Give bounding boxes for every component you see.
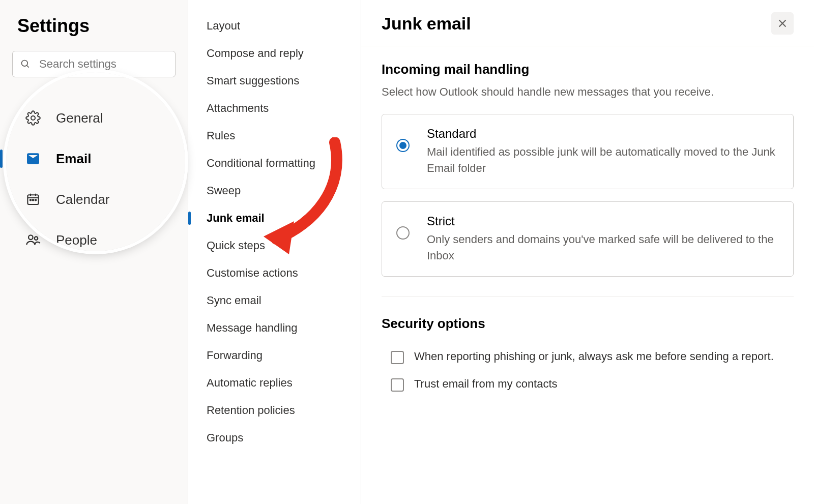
- category-label: People: [56, 232, 97, 248]
- radio-standard[interactable]: [396, 139, 410, 152]
- subnav-junk-email[interactable]: Junk email: [188, 204, 361, 232]
- search-input[interactable]: [12, 51, 176, 77]
- subnav-quick-steps[interactable]: Quick steps: [188, 232, 361, 259]
- settings-title: Settings: [17, 15, 176, 37]
- subnav-sync-email[interactable]: Sync email: [188, 287, 361, 314]
- svg-point-2: [31, 116, 35, 120]
- incoming-heading: Incoming mail handling: [382, 62, 794, 77]
- option-desc: Mail identified as possible junk will be…: [427, 144, 779, 176]
- subnav-customise-actions[interactable]: Customise actions: [188, 259, 361, 287]
- mail-icon: [24, 150, 42, 167]
- page-title: Junk email: [382, 14, 471, 34]
- close-icon: [777, 18, 788, 29]
- divider: [382, 296, 794, 297]
- svg-point-10: [28, 235, 33, 240]
- svg-point-0: [22, 61, 28, 67]
- svg-point-8: [33, 199, 34, 201]
- category-list: General Email: [12, 98, 176, 260]
- svg-point-7: [30, 199, 32, 201]
- category-calendar[interactable]: Calendar: [12, 179, 176, 220]
- svg-point-9: [35, 199, 37, 201]
- checkbox[interactable]: [391, 378, 404, 392]
- subnav-smart-suggestions[interactable]: Smart suggestions: [188, 67, 361, 95]
- email-subnav: Layout Compose and reply Smart suggestio…: [188, 0, 361, 504]
- svg-line-1: [27, 66, 29, 68]
- gear-icon: [24, 109, 42, 127]
- close-button[interactable]: [771, 12, 794, 35]
- people-icon: [24, 231, 42, 249]
- settings-sidebar: Settings General: [0, 0, 188, 504]
- checkbox-label: Trust email from my contacts: [414, 377, 558, 391]
- category-general[interactable]: General: [12, 98, 176, 138]
- security-report-ask[interactable]: When reporting phishing or junk, always …: [382, 350, 794, 377]
- category-people[interactable]: People: [12, 220, 176, 260]
- search-wrap: [12, 51, 176, 77]
- option-strict[interactable]: Strict Only senders and domains you've m…: [382, 201, 794, 277]
- option-standard[interactable]: Standard Mail identified as possible jun…: [382, 114, 794, 189]
- subnav-automatic-replies[interactable]: Automatic replies: [188, 369, 361, 397]
- subnav-forwarding[interactable]: Forwarding: [188, 342, 361, 369]
- subnav-compose[interactable]: Compose and reply: [188, 40, 361, 67]
- main-header: Junk email: [361, 0, 814, 46]
- subnav-conditional-formatting[interactable]: Conditional formatting: [188, 150, 361, 177]
- subnav-attachments[interactable]: Attachments: [188, 95, 361, 122]
- settings-window: Settings General: [0, 0, 814, 504]
- search-icon: [20, 59, 31, 69]
- radio-strict[interactable]: [396, 226, 410, 240]
- subnav-retention-policies[interactable]: Retention policies: [188, 397, 361, 424]
- subnav-layout[interactable]: Layout: [188, 12, 361, 40]
- checkbox-label: When reporting phishing or junk, always …: [414, 350, 774, 363]
- option-title: Standard: [427, 127, 779, 141]
- security-trust-contacts[interactable]: Trust email from my contacts: [382, 377, 794, 405]
- calendar-icon: [24, 191, 42, 208]
- subnav-groups[interactable]: Groups: [188, 424, 361, 452]
- category-label: Email: [56, 151, 91, 167]
- subnav-rules[interactable]: Rules: [188, 122, 361, 150]
- security-heading: Security options: [382, 316, 794, 332]
- subnav-sweep[interactable]: Sweep: [188, 177, 361, 204]
- subnav-message-handling[interactable]: Message handling: [188, 314, 361, 342]
- category-label: Calendar: [56, 192, 110, 207]
- category-email[interactable]: Email: [12, 138, 176, 179]
- svg-point-11: [35, 236, 38, 240]
- category-label: General: [56, 110, 103, 126]
- incoming-desc: Select how Outlook should handle new mes…: [382, 85, 794, 99]
- main-content: Junk email Incoming mail handling Select…: [361, 0, 814, 504]
- checkbox[interactable]: [391, 351, 404, 364]
- option-title: Strict: [427, 214, 779, 228]
- option-desc: Only senders and domains you've marked s…: [427, 231, 779, 264]
